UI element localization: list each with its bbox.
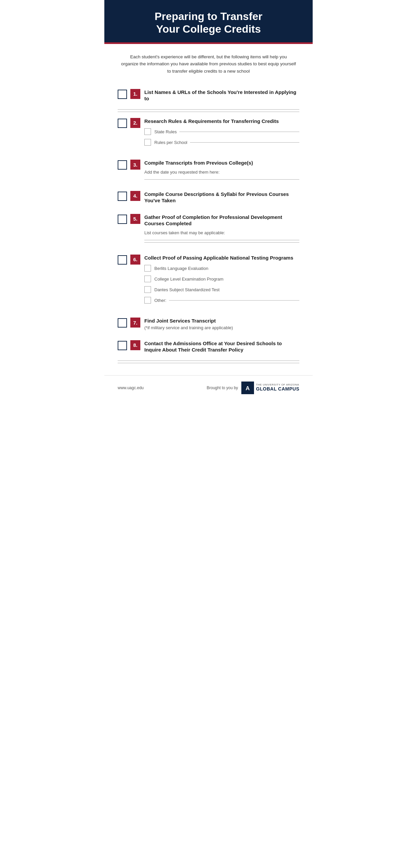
write-line [118,112,299,112]
checkbox-5[interactable] [118,215,127,224]
sub-item: Berlits Language Evaluation [144,265,299,272]
item-content-5: Gather Proof of Completion for Professio… [144,214,299,245]
list-item: 1. List Names & URLs of the Schools You'… [118,85,299,105]
item-title-5: Gather Proof of Completion for Professio… [144,214,299,227]
num-badge-5: 5. [130,214,140,224]
sub-item: State Rules [144,128,299,135]
checkbox-7[interactable] [118,318,127,328]
sub-checkbox[interactable] [144,276,151,282]
footer: www.uagc.edu Brought to you by A THE UNI… [104,375,313,400]
list-item: 6. Collect Proof of Passing Applicable N… [118,251,299,311]
sub-label: Other: [154,298,166,303]
page-title: Preparing to Transfer Your College Credi… [118,10,299,36]
list-item: 8. Contact the Admissions Office at Your… [118,336,299,356]
sub-line [190,142,299,143]
intro-text: Each student's experience will be differ… [104,44,313,82]
item-title-2: Research Rules & Requirements for Transf… [144,118,299,125]
list-item: 2. Research Rules & Requirements for Tra… [118,114,299,153]
sub-label: State Rules [154,129,177,134]
ua-logo: A THE UNIVERSITY OF ARIZONA GLOBAL CAMPU… [241,381,299,394]
checkbox-8[interactable] [118,341,127,350]
num-badge-3: 3. [130,160,140,169]
footer-url: www.uagc.edu [118,385,144,390]
item-subtitle-7: (*if military service and training are a… [144,325,299,330]
num-badge-6: 6. [130,254,140,265]
list-item: 3. Compile Transcripts from Previous Col… [118,156,299,184]
write-line [118,363,299,363]
sub-label: College Level Examination Program [154,277,224,282]
write-line [144,240,299,240]
checkbox-2[interactable] [118,119,127,128]
write-line [118,361,299,361]
num-badge-8: 8. [130,340,140,350]
sub-line [179,132,299,132]
write-line [118,109,299,110]
checkbox-4[interactable] [118,192,127,201]
item-title-4: Compile Course Descriptions & Syllabi fo… [144,191,299,204]
item-title-8: Contact the Admissions Office at Your De… [144,340,299,353]
item-title-7: Find Joint Services Transcript [144,317,299,324]
sub-item: College Level Examination Program [144,276,299,282]
sub-items-2: State Rules Rules per School [144,128,299,146]
num-badge-7: 7. [130,317,140,328]
write-line [144,242,299,243]
item-content-1: List Names & URLs of the Schools You're … [144,89,299,102]
item-title-1: List Names & URLs of the Schools You're … [144,89,299,102]
write-line [144,179,299,180]
item-content-2: Research Rules & Requirements for Transf… [144,118,299,150]
footer-brought-by: Brought to you by [207,385,238,390]
sub-item: Dantes Subject Standardized Test [144,286,299,293]
sub-item: Other: [144,297,299,304]
list-item: 4. Compile Course Descriptions & Syllabi… [118,187,299,207]
sub-items-6: Berlits Language Evaluation College Leve… [144,265,299,304]
note-text-3: Add the date you requested them here: [144,169,299,175]
svg-text:A: A [246,385,250,391]
item-title-6: Collect Proof of Passing Applicable Nati… [144,254,299,261]
sub-label: Berlits Language Evaluation [154,266,208,271]
sub-checkbox[interactable] [144,265,151,272]
sub-checkbox[interactable] [144,128,151,135]
ua-logo-icon: A [241,381,254,394]
sub-checkbox[interactable] [144,139,151,146]
ua-logo-text: THE UNIVERSITY OF ARIZONA GLOBAL CAMPUS [256,383,299,392]
global-campus: GLOBAL CAMPUS [256,386,299,392]
checklist: 1. List Names & URLs of the Schools You'… [104,82,313,372]
num-badge-2: 2. [130,118,140,128]
sub-checkbox[interactable] [144,286,151,293]
header: Preparing to Transfer Your College Credi… [104,0,313,42]
sub-checkbox[interactable] [144,297,151,304]
item-content-6: Collect Proof of Passing Applicable Nati… [144,254,299,308]
item-content-3: Compile Transcripts from Previous Colleg… [144,160,299,181]
checkbox-6[interactable] [118,255,127,265]
footer-right: Brought to you by A THE UNIVERSITY OF AR… [207,381,299,394]
checkbox-3[interactable] [118,160,127,169]
checkbox-1[interactable] [118,90,127,99]
item-content-7: Find Joint Services Transcript (*if mili… [144,317,299,330]
item-content-4: Compile Course Descriptions & Syllabi fo… [144,191,299,204]
item-title-3: Compile Transcripts from Previous Colleg… [144,160,299,166]
sub-item: Rules per School [144,139,299,146]
list-item: 5. Gather Proof of Completion for Profes… [118,210,299,247]
sub-line [169,300,299,301]
sub-label: Dantes Subject Standardized Test [154,287,220,292]
num-badge-1: 1. [130,89,140,99]
list-item: 7. Find Joint Services Transcript (*if m… [118,314,299,333]
num-badge-4: 4. [130,191,140,201]
note-text-5: List courses taken that may be applicabl… [144,230,299,235]
item-content-8: Contact the Admissions Office at Your De… [144,340,299,353]
sub-label: Rules per School [154,140,187,145]
